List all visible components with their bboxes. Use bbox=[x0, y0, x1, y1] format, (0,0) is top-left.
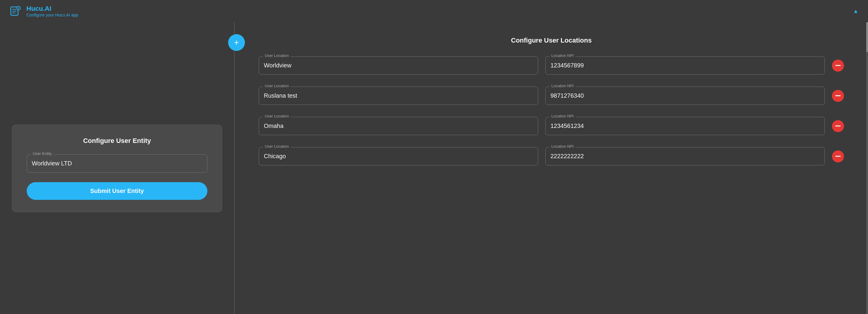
user-location-input-3[interactable] bbox=[259, 117, 538, 135]
location-npi-input-4[interactable] bbox=[545, 147, 825, 165]
location-npi-label-1: Location NPI bbox=[550, 53, 576, 58]
user-location-input-1[interactable] bbox=[259, 56, 538, 75]
add-location-button[interactable]: + bbox=[228, 34, 245, 51]
location-row: User Location Location NPI bbox=[259, 86, 844, 105]
remove-location-button-4[interactable] bbox=[832, 150, 844, 163]
configure-entity-card: Configure User Entity User Entity Submit… bbox=[12, 125, 222, 212]
user-location-input-4[interactable] bbox=[259, 147, 538, 165]
user-location-field-1: User Location bbox=[259, 56, 538, 75]
scrollbar-track bbox=[866, 22, 868, 314]
location-npi-input-1[interactable] bbox=[545, 56, 825, 75]
location-npi-input-3[interactable] bbox=[545, 117, 825, 135]
header-left: Hucu.AI Configure your Hucu.AI app bbox=[10, 5, 78, 18]
user-location-field-4: User Location bbox=[259, 147, 538, 165]
location-npi-field-3: Location NPI bbox=[545, 117, 825, 135]
user-location-field-2: User Location bbox=[259, 86, 538, 105]
location-row: User Location Location NPI bbox=[259, 147, 844, 165]
user-location-label-4: User Location bbox=[263, 144, 290, 149]
location-npi-input-2[interactable] bbox=[545, 86, 825, 105]
left-panel: Configure User Entity User Entity Submit… bbox=[0, 22, 234, 314]
location-npi-label-3: Location NPI bbox=[550, 114, 576, 118]
user-entity-field-group: User Entity bbox=[27, 154, 207, 173]
remove-location-button-2[interactable] bbox=[832, 90, 844, 102]
user-entity-input[interactable] bbox=[27, 154, 207, 173]
user-location-label-3: User Location bbox=[263, 114, 290, 118]
user-location-field-3: User Location bbox=[259, 117, 538, 135]
remove-location-button-3[interactable] bbox=[832, 120, 844, 132]
submit-user-entity-button[interactable]: Submit User Entity bbox=[27, 182, 207, 200]
location-row: User Location Location NPI bbox=[259, 117, 844, 135]
location-npi-label-4: Location NPI bbox=[550, 144, 576, 149]
right-panel: Configure User Locations User Location L… bbox=[235, 22, 868, 314]
location-row: User Location Location NPI bbox=[259, 56, 844, 75]
entity-card-title: Configure User Entity bbox=[27, 137, 207, 145]
center-divider bbox=[234, 22, 235, 314]
app-logo-icon bbox=[10, 5, 22, 17]
location-npi-field-1: Location NPI bbox=[545, 56, 825, 75]
locations-title: Configure User Locations bbox=[259, 37, 844, 44]
user-location-label-2: User Location bbox=[263, 83, 290, 88]
user-location-input-2[interactable] bbox=[259, 86, 538, 105]
header: Hucu.AI Configure your Hucu.AI app ▲ bbox=[0, 0, 868, 22]
location-npi-field-4: Location NPI bbox=[545, 147, 825, 165]
location-npi-field-2: Location NPI bbox=[545, 86, 825, 105]
main-content: Configure User Entity User Entity Submit… bbox=[0, 22, 868, 314]
app-subtitle: Configure your Hucu.AI app bbox=[26, 12, 78, 18]
user-location-label-1: User Location bbox=[263, 53, 290, 58]
remove-location-button-1[interactable] bbox=[832, 60, 844, 72]
user-entity-label: User Entity bbox=[31, 151, 54, 156]
app-title: Hucu.AI bbox=[26, 5, 78, 12]
header-text: Hucu.AI Configure your Hucu.AI app bbox=[26, 5, 78, 18]
location-npi-label-2: Location NPI bbox=[550, 83, 576, 88]
collapse-chevron-icon[interactable]: ▲ bbox=[853, 8, 858, 14]
scrollbar-thumb bbox=[866, 22, 868, 52]
